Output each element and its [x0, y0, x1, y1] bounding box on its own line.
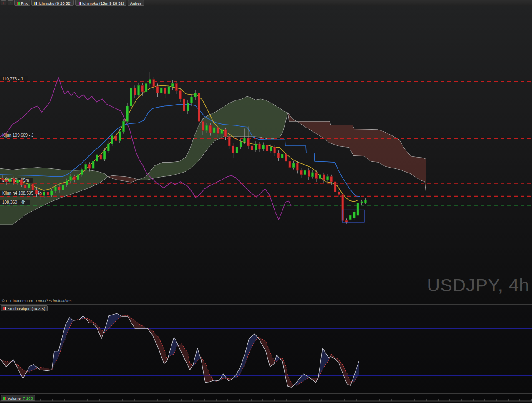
candle-down — [330, 177, 333, 182]
candle-down — [39, 194, 41, 195]
candle-up — [119, 132, 121, 141]
candle-up — [130, 88, 132, 106]
candle-down — [228, 137, 230, 146]
candle-down — [334, 182, 336, 192]
candle-up — [281, 154, 283, 158]
candle-up — [17, 180, 19, 183]
attribution: © IT-Finance.comDonnées indicatives — [2, 298, 71, 303]
candle-up — [168, 87, 170, 94]
candle-up — [43, 192, 45, 196]
candle-down — [24, 185, 26, 188]
arrow-up-icon: ↑ — [9, 1, 11, 5]
candle-down — [134, 88, 136, 95]
candle-up — [262, 145, 265, 149]
toolbar-arrow-down-button[interactable]: ↓ — [1, 0, 6, 5]
candle-up — [319, 175, 321, 179]
volume-pane[interactable]: Volume 7 163 — [0, 394, 532, 403]
candle-up — [240, 142, 242, 147]
price-pane[interactable]: 110,776 - JKijun 109,669 - J108,790 - 15… — [0, 6, 532, 304]
candle-down — [58, 187, 60, 190]
candle-down — [296, 163, 298, 170]
candle-down — [179, 91, 181, 99]
candle-up — [54, 187, 56, 191]
candle-up — [361, 202, 363, 203]
candle-down — [289, 161, 291, 168]
candle-up — [171, 83, 174, 86]
candle-down — [232, 146, 234, 153]
candle-up — [122, 121, 124, 132]
tab-stochastique[interactable]: Stochastique (14 3 5) — [1, 305, 48, 311]
tab-ichimoku-15m[interactable]: Ichimoku (15m 9 26 52) — [75, 0, 126, 6]
toolbar-arrow-up-button[interactable]: ↑ — [8, 0, 13, 5]
level-label: Kijun 109,669 - J — [2, 133, 33, 138]
candle-up — [50, 191, 53, 195]
candle-up — [70, 177, 72, 181]
candle-down — [251, 146, 253, 150]
candle-up — [126, 106, 128, 121]
level-label: 110,776 - J — [2, 77, 23, 81]
volume-value: 7 163 — [23, 396, 33, 400]
candle-up — [349, 215, 351, 220]
candle-down — [198, 93, 200, 122]
candle-up — [270, 147, 272, 151]
volume-canvas — [0, 394, 532, 403]
candle-up — [28, 184, 30, 188]
stochastic-pane[interactable]: Stochastique (14 3 5) — [0, 305, 532, 393]
candle-up — [194, 93, 197, 97]
toolbar: ↓ ↑ Prix Ichimoku (9 26 52) Ichimoku (15… — [0, 0, 532, 6]
tab-ichimoku[interactable]: Ichimoku (9 26 52) — [31, 0, 74, 6]
candle-down — [259, 144, 261, 149]
attribution-copyright: © IT-Finance.com — [2, 298, 33, 303]
candle-down — [209, 125, 212, 133]
candle-up — [149, 80, 151, 84]
level-label: 108,360 - 4h — [2, 200, 25, 205]
candle-down — [156, 87, 159, 93]
candle-up — [236, 147, 238, 153]
candle-up — [103, 151, 106, 159]
candle-up — [81, 170, 83, 175]
candle-up — [66, 181, 68, 185]
candle-down — [323, 175, 325, 180]
candle-down — [20, 180, 23, 185]
price-chart-canvas[interactable]: 110,776 - JKijun 109,669 - J108,790 - 15… — [0, 6, 532, 304]
candle-down — [73, 177, 76, 180]
candle-down — [141, 85, 144, 92]
candle-up — [160, 88, 162, 93]
tab-ichimoku-15m-label: Ichimoku (15m 9 26 52) — [82, 1, 124, 5]
candle-up — [9, 179, 11, 182]
candle-down — [224, 130, 227, 137]
candle-up — [213, 128, 215, 133]
tab-ichimoku-label: Ichimoku (9 26 52) — [38, 1, 71, 5]
candle-down — [300, 170, 302, 175]
tab-volume[interactable]: Volume 7 163 — [1, 395, 35, 401]
candle-up — [107, 144, 109, 151]
candlestick-icon — [17, 2, 20, 5]
candle-up — [96, 155, 98, 161]
candle-down — [266, 145, 268, 151]
candle-up — [92, 161, 94, 168]
candle-down — [247, 138, 249, 146]
candle-down — [153, 80, 155, 87]
watermark: USDJPY, 4h — [427, 275, 529, 295]
candle-up — [255, 144, 257, 150]
tab-prix[interactable]: Prix — [14, 0, 30, 6]
candle-down — [5, 180, 8, 182]
candle-up — [191, 97, 193, 103]
candles — [2, 72, 367, 223]
tab-prix-label: Prix — [21, 1, 28, 5]
stochastic-canvas[interactable] — [0, 305, 532, 393]
candle-down — [47, 192, 49, 195]
candle-up — [206, 125, 208, 130]
tab-autres[interactable]: Autres — [128, 0, 144, 6]
ichimoku-15m-icon — [78, 2, 81, 5]
candle-up — [77, 175, 79, 180]
stochastic-ribbon — [0, 313, 359, 387]
candle-up — [243, 138, 245, 142]
volume-icon — [3, 397, 6, 400]
candle-up — [327, 177, 329, 180]
candle-down — [100, 155, 102, 159]
candle-up — [353, 212, 355, 218]
ichimoku-icon — [34, 2, 37, 5]
candle-down — [183, 99, 185, 111]
candle-up — [357, 203, 359, 215]
